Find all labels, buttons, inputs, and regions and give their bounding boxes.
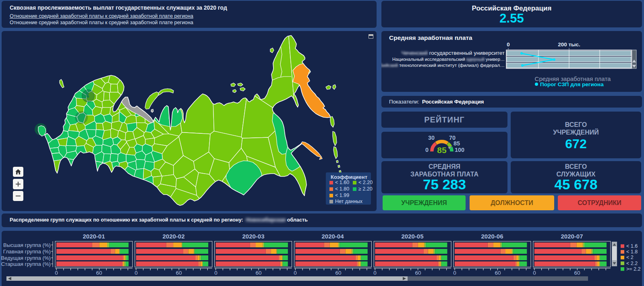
svg-text:100: 100 (455, 147, 464, 153)
svg-text:0: 0 (214, 270, 217, 276)
svg-text:0: 0 (425, 147, 429, 153)
svg-text:Порог СЗП для региона: Порог СЗП для региона (540, 81, 604, 87)
svg-text:Ведущая группа (%): Ведущая группа (%) (1, 255, 51, 261)
svg-text:< 1.8: < 1.8 (626, 249, 638, 255)
svg-text:60: 60 (255, 270, 261, 276)
svg-text:2020-03: 2020-03 (242, 233, 264, 240)
svg-text:2020-05: 2020-05 (401, 233, 423, 240)
svg-text:60: 60 (574, 270, 580, 276)
svg-text:2020-06: 2020-06 (481, 233, 503, 240)
svg-text:0: 0 (533, 270, 536, 276)
svg-text:0: 0 (373, 270, 377, 276)
svg-text:60: 60 (335, 270, 341, 276)
svg-text:< 1.6: < 1.6 (626, 243, 638, 249)
svg-text:0: 0 (453, 270, 456, 276)
svg-text:0: 0 (55, 270, 58, 276)
svg-text:0: 0 (507, 41, 510, 48)
svg-text:0: 0 (294, 270, 297, 276)
svg-text:85: 85 (453, 140, 460, 147)
svg-text:Бийский технологический инстит: Бийский технологический институт (филиал… (381, 62, 505, 68)
svg-text:Главная группа (%): Главная группа (%) (3, 249, 51, 255)
svg-text:< 2.2: < 2.2 (626, 261, 638, 266)
svg-text:Высшая группа (%): Высшая группа (%) (3, 242, 51, 248)
svg-text:2020-04: 2020-04 (321, 233, 344, 240)
svg-text:< 2: < 2 (626, 255, 634, 260)
svg-text:200 тыс.: 200 тыс. (558, 41, 580, 48)
svg-text:Старшая группа (%): Старшая группа (%) (1, 261, 51, 267)
svg-text:Национальный исследовательский: Национальный исследовательский ядерный у… (392, 57, 505, 62)
svg-text:30: 30 (428, 135, 435, 141)
svg-text:60: 60 (176, 270, 182, 276)
svg-text:2020-01: 2020-01 (83, 233, 105, 240)
svg-text:Чеченский государственный унив: Чеченский государственный университет (402, 50, 505, 56)
svg-text:>= 2.2: >= 2.2 (626, 266, 640, 272)
svg-text:60: 60 (96, 270, 102, 276)
svg-text:85: 85 (437, 145, 447, 155)
svg-text:0: 0 (135, 270, 138, 276)
svg-text:60: 60 (495, 270, 501, 276)
svg-text:2020-02: 2020-02 (162, 233, 184, 240)
svg-text:60: 60 (415, 270, 421, 276)
svg-text:2020-07: 2020-07 (561, 233, 583, 240)
